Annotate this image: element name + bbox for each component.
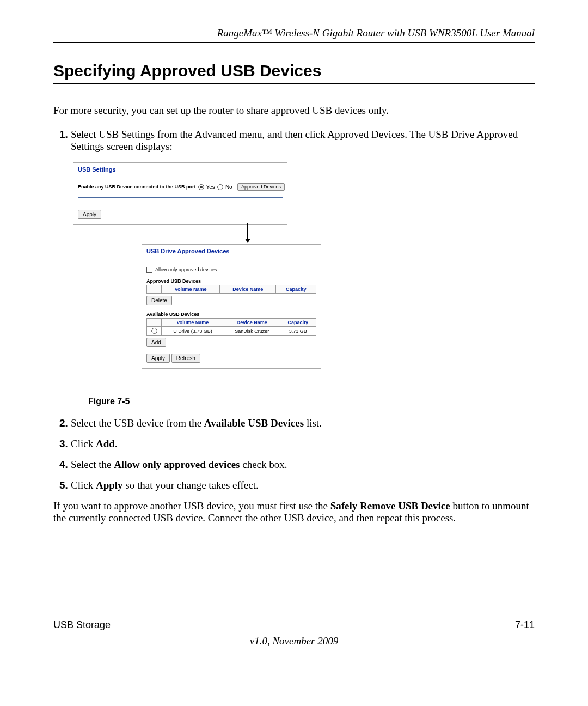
delete-button[interactable]: Delete [146,296,172,305]
approved-panel-title: USB Drive Approved Devices [146,248,316,254]
radio-no[interactable] [217,184,223,190]
figure-7-5: USB Settings Enable any USB Device conne… [71,162,535,391]
available-usb-section-label: Available USB Devices [146,312,316,317]
step-3-bold: Add [96,438,115,449]
step-4-text-c: check box. [240,459,287,470]
approved-apply-button[interactable]: Apply [146,354,170,363]
approved-col-capacity: Capacity [276,285,316,294]
row-volume: U Drive (3.73 GB) [162,327,224,336]
enable-usb-label: Enable any USB Device connected to the U… [78,184,196,190]
table-row: U Drive (3.73 GB) SanDisk Cruzer 3.73 GB [147,327,316,336]
step-4: Select the Allow only approved devices c… [71,459,535,471]
row-capacity: 3.73 GB [280,327,316,336]
radio-yes-label: Yes [206,184,215,190]
step-4-text-a: Select the [71,459,114,470]
step-4-bold: Allow only approved devices [114,459,240,470]
approved-usb-section-label: Approved USB Devices [146,278,316,284]
step-2: Select the USB device from the Available… [71,417,535,429]
section-title: Specifying Approved USB Devices [53,62,535,84]
step-2-text-c: list. [304,417,322,429]
approved-devices-button[interactable]: Approved Devices [237,183,285,191]
step-5: Click Apply so that your change takes ef… [71,479,535,491]
footer-version: v1.0, November 2009 [53,635,535,647]
note-bold: Safely Remove USB Device [330,500,450,512]
step-5-text-c: so that your change takes effect. [123,479,259,491]
radio-yes[interactable] [198,184,204,190]
step-1: Select USB Settings from the Advanced me… [71,129,535,406]
usb-settings-panel: USB Settings Enable any USB Device conne… [73,162,287,225]
arrow-down-icon [247,223,248,242]
approved-usb-table: Volume Name Device Name Capacity [146,285,316,294]
step-5-bold: Apply [96,479,123,491]
usb-settings-apply-button[interactable]: Apply [78,210,101,219]
approved-col-volume: Volume Name [162,285,220,294]
allow-only-checkbox[interactable] [146,267,152,273]
intro-paragraph: For more security, you can set up the ro… [53,105,535,117]
usb-settings-title: USB Settings [74,163,287,175]
available-col-volume: Volume Name [162,319,224,327]
page-footer: USB Storage 7-11 v1.0, November 2009 [53,617,535,647]
figure-caption: Figure 7-5 [88,397,535,406]
available-col-device: Device Name [224,319,280,327]
step-3-text-c: . [115,438,118,449]
footer-left: USB Storage [53,619,111,631]
approved-devices-panel: USB Drive Approved Devices Allow only ap… [142,244,321,369]
approved-col-device: Device Name [220,285,276,294]
available-col-capacity: Capacity [280,319,316,327]
step-3-text-a: Click [71,438,96,449]
add-button[interactable]: Add [146,338,166,347]
footer-right: 7-11 [515,619,535,631]
running-header: RangeMax™ Wireless-N Gigabit Router with… [53,27,535,43]
row-radio[interactable] [151,328,157,334]
allow-only-label: Allow only approved devices [155,267,217,272]
step-1-text: Select USB Settings from the Advanced me… [71,129,518,152]
step-2-text-a: Select the USB device from the [71,417,204,429]
step-5-text-a: Click [71,479,96,491]
closing-paragraph: If you want to approve another USB devic… [53,500,535,524]
radio-no-label: No [225,184,232,190]
available-usb-table: Volume Name Device Name Capacity U Drive… [146,318,316,336]
step-3: Click Add. [71,438,535,450]
step-2-bold: Available USB Devices [204,417,304,429]
row-device: SanDisk Cruzer [224,327,280,336]
refresh-button[interactable]: Refresh [171,354,200,363]
note-a: If you want to approve another USB devic… [53,500,330,512]
